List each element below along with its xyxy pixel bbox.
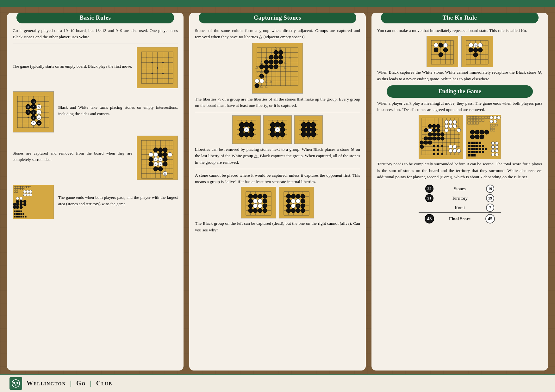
ko-para1: You can not make a move that immediately… <box>377 28 542 34</box>
capture-seq-1: △ <box>232 115 261 144</box>
svg-rect-154 <box>14 216 16 217</box>
board3-caption: Stones are captured and removed from the… <box>13 150 132 162</box>
ko-para2: When Black captures the White stone, Whi… <box>377 69 542 82</box>
basic-rules-body: Go is generally played on a 19×19 board,… <box>7 24 184 366</box>
svg-point-418 <box>436 132 440 136</box>
svg-rect-486 <box>476 142 478 144</box>
svg-rect-489 <box>471 145 473 147</box>
footer-club: Club <box>96 380 112 387</box>
territory-board-svg: × × <box>13 183 54 221</box>
svg-point-332 <box>301 204 305 208</box>
svg-point-407 <box>453 124 457 128</box>
svg-point-89 <box>153 152 158 157</box>
footer: Wellington | Go | Club <box>0 374 555 392</box>
svg-rect-505 <box>479 151 481 153</box>
svg-text:6: 6 <box>33 122 34 125</box>
svg-point-199 <box>264 64 269 69</box>
territory-board-full: × <box>419 115 463 159</box>
svg-point-98 <box>163 157 167 162</box>
svg-point-88 <box>149 152 153 157</box>
alive-dead-boards: △ <box>195 187 360 218</box>
svg-text:×: × <box>155 158 157 161</box>
footer-logo <box>9 377 22 390</box>
svg-rect-147 <box>18 210 20 212</box>
svg-point-520 <box>16 382 18 384</box>
svg-point-516 <box>491 153 495 156</box>
white-territory-cell: 19 <box>479 193 501 203</box>
svg-point-276 <box>311 127 316 132</box>
board-section-1: The game typically starts on an empty bo… <box>13 47 178 88</box>
svg-point-277 <box>301 132 306 137</box>
svg-point-140 <box>20 203 22 206</box>
svg-point-274 <box>301 127 306 132</box>
black-stones-count: 22 <box>425 185 433 193</box>
basic-rules-title: Basic Rules <box>80 14 111 21</box>
svg-rect-150 <box>16 213 18 215</box>
three-capture-boards: △ <box>195 115 360 144</box>
svg-point-93 <box>149 157 153 162</box>
svg-point-373 <box>469 43 473 47</box>
capturing-stones-header: Capturing Stones <box>199 13 356 23</box>
svg-point-231 <box>249 127 254 132</box>
board4-caption: The game ends when both players pass, an… <box>58 194 178 207</box>
svg-point-125 <box>23 190 26 193</box>
capturing-para4: A stone cannot be placed where it would … <box>195 172 360 185</box>
ending-game-header: Ending the Game <box>387 85 533 98</box>
score-table: 22 Stones 19 21 Territory 19 <box>419 184 501 224</box>
svg-text:△: △ <box>284 60 287 64</box>
svg-point-333 <box>286 208 291 213</box>
capture-seq-3: ⊙ <box>294 115 323 144</box>
svg-text:△: △ <box>260 70 263 73</box>
svg-rect-436 <box>433 153 435 155</box>
svg-point-309 <box>258 204 262 208</box>
svg-point-193 <box>274 55 278 59</box>
capture-seq-2: × ⊙ <box>263 115 292 144</box>
svg-point-421 <box>440 132 444 136</box>
board-section-4: × × <box>13 183 178 221</box>
svg-point-198 <box>278 60 283 64</box>
basic-rules-card: Basic Rules Go is generally played on a … <box>7 13 184 371</box>
territory-boards: × <box>377 115 542 159</box>
capturing-para5: The Black group on the left can be captu… <box>195 220 360 233</box>
svg-rect-498 <box>479 148 481 150</box>
svg-point-358 <box>443 48 448 52</box>
svg-text:△: △ <box>284 65 287 69</box>
svg-rect-146 <box>16 210 18 212</box>
svg-point-256 <box>280 132 285 137</box>
svg-text:×: × <box>27 194 28 196</box>
svg-point-300 <box>248 204 253 208</box>
svg-point-518 <box>12 380 20 387</box>
svg-point-482 <box>480 135 484 139</box>
svg-rect-492 <box>479 145 481 147</box>
svg-point-513 <box>495 145 498 149</box>
svg-text:4: 4 <box>38 117 40 119</box>
svg-point-275 <box>306 127 311 132</box>
svg-point-422 <box>424 137 428 140</box>
capturing-stones-body: Stones of the same colour form a group w… <box>189 24 366 366</box>
svg-text:7: 7 <box>28 111 29 114</box>
svg-point-233 <box>244 132 249 137</box>
svg-point-22 <box>147 78 147 79</box>
svg-rect-156 <box>18 216 20 217</box>
svg-text:△: △ <box>265 74 268 78</box>
svg-point-143 <box>16 206 19 209</box>
svg-text:×: × <box>277 128 278 132</box>
svg-point-480 <box>470 135 475 139</box>
svg-point-18 <box>162 72 164 74</box>
svg-point-327 <box>301 194 305 199</box>
svg-rect-148 <box>20 210 22 212</box>
svg-point-334 <box>291 208 296 213</box>
svg-text:⊙: ⊙ <box>307 136 310 139</box>
svg-point-356 <box>443 43 448 47</box>
svg-text:×: × <box>160 163 161 166</box>
svg-text:×: × <box>495 121 496 123</box>
ko-rule-title: The Ko Rule <box>443 14 477 21</box>
svg-rect-157 <box>20 216 22 217</box>
svg-point-464 <box>494 116 497 119</box>
svg-point-91 <box>163 152 167 157</box>
basic-rules-header: Basic Rules <box>16 13 174 23</box>
svg-point-466 <box>490 120 493 123</box>
svg-point-136 <box>20 200 22 203</box>
svg-rect-151 <box>18 213 20 215</box>
svg-point-328 <box>286 199 291 203</box>
